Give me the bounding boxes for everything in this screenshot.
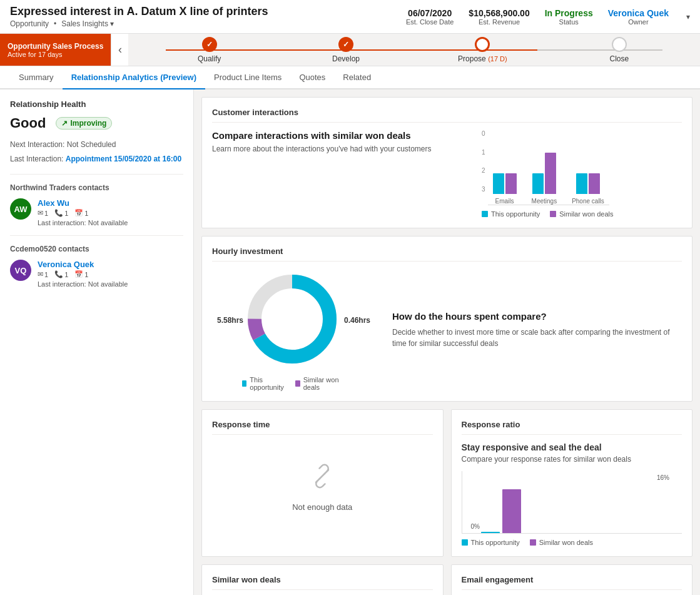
right-panel: Customer interactions Compare interactio… xyxy=(194,89,700,595)
phone-icon-v: 📞 1 xyxy=(54,270,68,278)
donut-legend-dot-similar xyxy=(295,380,300,387)
contact-name-alex-wu[interactable]: Alex Wu xyxy=(38,198,128,208)
close-date-meta: 06/07/2020 Est. Close Date xyxy=(406,8,454,26)
top-header: Expressed interest in A. Datum X line of… xyxy=(0,0,700,34)
legend-similar: Similar won deals xyxy=(550,210,613,218)
tab-product[interactable]: Product Line Items xyxy=(205,66,290,89)
contact-veronica: VQ Veronica Quek ✉ 1 📞 1 📅 1 Last intera… xyxy=(10,260,183,288)
health-row: Good ↗ Improving xyxy=(10,115,183,131)
step-qualify-circle: ✓ xyxy=(202,37,217,52)
hourly-chart-title: How do the hours spent compare? xyxy=(392,311,682,322)
bar-emails-this xyxy=(493,173,504,194)
bar-meetings-similar xyxy=(545,153,556,194)
tab-relationship[interactable]: Relationship Analytics (Preview) xyxy=(63,66,205,89)
ratio-legend-dot-this xyxy=(462,539,468,546)
owner-label: Owner xyxy=(608,18,669,26)
tabs-bar: Summary Relationship Analytics (Preview)… xyxy=(0,66,700,89)
interaction-info: Next Interaction: Not Scheduled Last Int… xyxy=(10,139,183,165)
bar-label-emails: Emails xyxy=(495,198,514,205)
step-develop-label: Develop xyxy=(332,54,360,63)
customer-interactions-card: Customer interactions Compare interactio… xyxy=(201,97,692,228)
ccdemo-title: Ccdemo0520 contacts xyxy=(10,245,183,253)
step-qualify[interactable]: ✓ Qualify xyxy=(141,37,277,63)
calendar-icon: 📅 1 xyxy=(74,209,88,217)
contact-icons-alex-wu: ✉ 1 📞 1 📅 1 xyxy=(38,209,128,217)
chevron-down-icon: ▾ xyxy=(110,19,114,28)
bar-label-calls: Phone calls xyxy=(572,198,604,205)
bottom2-row: Similar won deals Email engagement xyxy=(201,564,692,595)
close-date-label: Est. Close Date xyxy=(406,18,454,26)
process-steps: ✓ Qualify ✓ Develop Propose (17 D) Close xyxy=(128,34,700,66)
calendar-icon-v: 📅 1 xyxy=(74,270,88,278)
step-propose[interactable]: Propose (17 D) xyxy=(414,37,550,63)
chart-main-title: Compare interactions with similar won de… xyxy=(212,130,472,141)
email-engagement-card: Email engagement xyxy=(451,564,693,595)
northwind-title: Northwind Traders contacts xyxy=(10,183,183,192)
bar-chart-wrapper: 3 2 1 0 xyxy=(482,130,682,205)
hourly-text: How do the hours spent compare? Decide w… xyxy=(392,311,682,349)
no-data-area: Not enough data xyxy=(212,442,433,531)
ratio-pct-label-this: 0% xyxy=(471,523,480,530)
email-icon: ✉ 1 xyxy=(38,209,48,217)
tab-summary[interactable]: Summary xyxy=(10,66,63,89)
process-label[interactable]: Opportunity Sales Process Active for 17 … xyxy=(0,34,111,66)
separator: • xyxy=(54,19,56,28)
bottom-row: Response time Not enough data xyxy=(201,409,692,557)
ratio-text: Stay responsive and seal the deal Compar… xyxy=(462,442,682,471)
header-chevron-icon[interactable]: ▾ xyxy=(686,13,690,21)
donut-right-label: 0.46hrs xyxy=(344,316,370,325)
bar-calls-this xyxy=(576,173,587,194)
subtitle-bar: Opportunity • Sales Insights ▾ xyxy=(10,19,268,28)
step-propose-label: Propose (17 D) xyxy=(458,54,507,63)
step-close-circle xyxy=(612,37,627,52)
relationship-health-title: Relationship Health xyxy=(10,99,183,109)
ratio-bar-similar xyxy=(502,489,521,533)
contact-last-veronica: Last interaction: Not available xyxy=(38,280,128,288)
svg-line-3 xyxy=(320,474,325,479)
tab-related[interactable]: Related xyxy=(334,66,380,89)
ratio-legend: This opportunity Similar won deals xyxy=(462,539,682,546)
chart-legend: This opportunity Similar won deals xyxy=(482,210,682,218)
process-sub: Active for 17 days xyxy=(8,51,103,58)
step-develop[interactable]: ✓ Develop xyxy=(278,37,414,63)
last-interaction: Last Interaction: Appointment 15/05/2020… xyxy=(10,153,183,165)
ratio-chart-title: Stay responsive and seal the deal xyxy=(462,442,682,452)
bars-emails xyxy=(493,131,517,194)
step-close[interactable]: Close xyxy=(551,37,687,63)
donut-relative: 5.58hrs 0.46hrs xyxy=(242,269,342,371)
donut-legend: This opportunity Similar won deals xyxy=(242,376,342,391)
process-collapse-button[interactable]: ‹ xyxy=(111,34,128,66)
bar-chart-container: 3 2 1 0 xyxy=(482,130,682,218)
bars-meetings xyxy=(532,131,556,194)
status-meta: In Progress Status xyxy=(545,8,593,26)
owner-meta[interactable]: Veronica Quek Owner xyxy=(608,8,669,26)
health-value: Good xyxy=(10,115,46,131)
contact-name-veronica[interactable]: Veronica Quek xyxy=(38,260,128,269)
header-right: 06/07/2020 Est. Close Date $10,568,900.0… xyxy=(406,8,690,26)
trend-up-icon: ↗ xyxy=(61,119,68,128)
close-date-value: 06/07/2020 xyxy=(406,8,454,18)
tab-quotes[interactable]: Quotes xyxy=(290,66,334,89)
y-axis: 3 2 1 0 xyxy=(482,130,485,205)
legend-dot-similar xyxy=(550,211,556,217)
ratio-legend-dot-similar xyxy=(530,539,536,546)
process-title: Opportunity Sales Process xyxy=(8,42,103,51)
page-title: Expressed interest in A. Datum X line of… xyxy=(10,5,268,18)
bar-group-calls: Phone calls xyxy=(572,131,604,205)
no-data-icon xyxy=(307,461,337,496)
chart-text: Compare interactions with similar won de… xyxy=(212,130,472,218)
ratio-bar-group-similar xyxy=(502,489,521,533)
legend-this: This opportunity xyxy=(482,210,540,218)
owner-value[interactable]: Veronica Quek xyxy=(608,8,669,18)
next-interaction: Next Interaction: Not Scheduled xyxy=(10,139,183,151)
similar-won-card: Similar won deals xyxy=(201,564,444,595)
revenue-value: $10,568,900.00 xyxy=(469,8,529,18)
donut-chart xyxy=(242,269,342,369)
process-bar: Opportunity Sales Process Active for 17 … xyxy=(0,34,700,66)
similar-won-title: Similar won deals xyxy=(212,575,433,590)
donut-left-label: 5.58hrs xyxy=(217,316,243,325)
hourly-chart-desc: Decide whether to invest more time or sc… xyxy=(392,327,682,349)
response-time-title: Response time xyxy=(212,420,433,435)
sales-insights-link[interactable]: Sales Insights ▾ xyxy=(61,19,114,28)
contact-info-alex-wu: Alex Wu ✉ 1 📞 1 📅 1 Last interaction: No… xyxy=(38,198,128,226)
